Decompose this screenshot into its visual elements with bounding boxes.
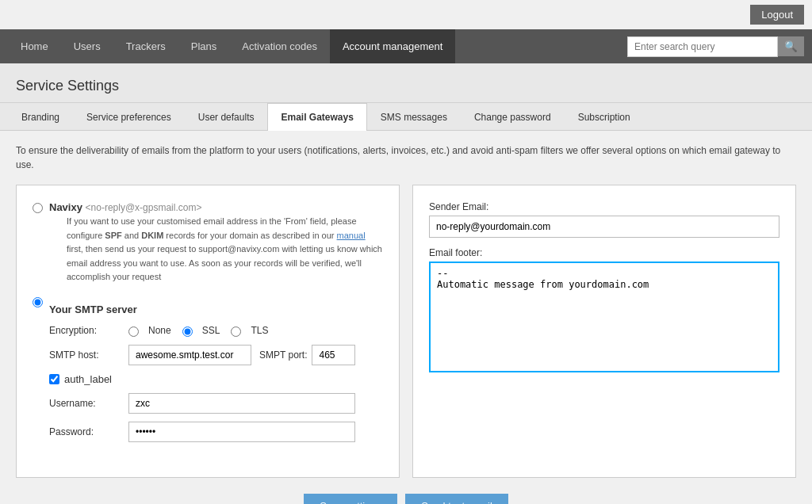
smtp-host-input[interactable] <box>128 345 251 365</box>
right-card: Sender Email: Email footer: -- Automatic… <box>412 185 796 478</box>
top-bar: Logout <box>0 0 812 29</box>
page-title: Service Settings <box>16 78 796 94</box>
smtp-label: Your SMTP server <box>49 304 355 315</box>
enc-none-radio[interactable] <box>128 326 139 337</box>
manual-link[interactable]: manual <box>337 231 366 240</box>
smtp-radio[interactable] <box>33 297 43 307</box>
navixy-email-hint: <no-reply@x-gpsmail.com> <box>86 202 202 213</box>
save-settings-button[interactable]: Save settings <box>304 494 397 504</box>
tab-sms-messages[interactable]: SMS messages <box>367 103 461 131</box>
columns: Navixy <no-reply@x-gpsmail.com> If you w… <box>16 185 796 478</box>
sender-email-input[interactable] <box>429 216 779 238</box>
auth-checkbox[interactable] <box>49 374 59 384</box>
username-row: Username: <box>49 393 355 414</box>
enc-ssl-label[interactable]: SSL <box>182 325 220 337</box>
enc-ssl-radio[interactable] <box>182 326 193 337</box>
navixy-description: If you want to use your customised email… <box>67 215 383 284</box>
nav-item-account-management[interactable]: Account management <box>330 29 455 63</box>
main-content: To ensure the deliverability of emails f… <box>0 131 812 504</box>
left-card: Navixy <no-reply@x-gpsmail.com> If you w… <box>16 185 400 478</box>
encryption-row: Encryption: None SSL <box>49 325 355 337</box>
send-test-email-button[interactable]: Send test email <box>405 494 508 504</box>
nav-item-trackers[interactable]: Trackers <box>113 29 178 63</box>
auth-label: auth_label <box>64 373 112 385</box>
tab-email-gateways[interactable]: Email Gateways <box>267 103 366 131</box>
enc-tls-label[interactable]: TLS <box>231 325 268 337</box>
password-row: Password: <box>49 422 355 442</box>
enc-none-label[interactable]: None <box>128 325 171 337</box>
page-header: Service Settings <box>0 63 812 103</box>
smtp-port-input[interactable] <box>312 345 355 365</box>
nav-item-activation-codes[interactable]: Activation codes <box>229 29 330 63</box>
host-port-row: SMTP host: SMPT port: <box>49 345 355 365</box>
nav: Home Users Trackers Plans Activation cod… <box>0 29 812 63</box>
smtp-host-label: SMTP host: <box>49 349 128 361</box>
smtp-port-label: SMPT port: <box>259 349 307 361</box>
search-input[interactable] <box>627 36 778 57</box>
auth-row: auth_label <box>49 373 355 385</box>
password-label: Password: <box>49 426 128 437</box>
nav-search: 🔍 <box>627 36 804 57</box>
search-button[interactable]: 🔍 <box>778 36 804 56</box>
tab-branding[interactable]: Branding <box>8 103 73 131</box>
nav-item-users[interactable]: Users <box>61 29 113 63</box>
email-footer-label: Email footer: <box>429 247 779 258</box>
smtp-option: Your SMTP server Encryption: None SSL <box>33 296 383 450</box>
nav-item-plans[interactable]: Plans <box>178 29 230 63</box>
tab-change-password[interactable]: Change password <box>461 103 565 131</box>
navixy-option: Navixy <no-reply@x-gpsmail.com> If you w… <box>33 201 383 284</box>
logout-button[interactable]: Logout <box>750 5 804 25</box>
password-input[interactable] <box>128 422 355 442</box>
tab-user-defaults[interactable]: User defaults <box>185 103 268 131</box>
encryption-options: None SSL TLS <box>128 325 268 337</box>
encryption-label: Encryption: <box>49 325 128 336</box>
nav-item-home[interactable]: Home <box>8 29 61 63</box>
sender-email-label: Sender Email: <box>429 201 779 212</box>
navixy-radio[interactable] <box>33 203 43 213</box>
email-footer-textarea[interactable]: -- Automatic message from yourdomain.com <box>429 262 779 372</box>
action-buttons: Save settings Send test email <box>16 494 796 504</box>
tab-subscription[interactable]: Subscription <box>565 103 644 131</box>
description-text: To ensure the deliverability of emails f… <box>16 143 796 172</box>
tab-service-preferences[interactable]: Service preferences <box>73 103 185 131</box>
username-input[interactable] <box>128 393 355 414</box>
username-label: Username: <box>49 398 128 409</box>
sub-tabs: Branding Service preferences User defaul… <box>0 103 812 131</box>
enc-tls-radio[interactable] <box>231 326 241 337</box>
navixy-label: Navixy <no-reply@x-gpsmail.com> <box>49 201 201 213</box>
